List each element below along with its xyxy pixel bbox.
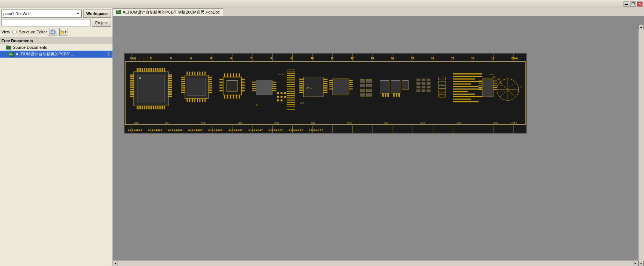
scroll-down-button[interactable]: ▼ (639, 261, 644, 266)
pcb-file-item[interactable]: ALTIUM设计自制精美的PCB印... 🗒 (0, 51, 112, 58)
right-scrollbar[interactable]: ▲ ▼ (638, 24, 644, 266)
svg-rect-106 (130, 76, 134, 77)
workspace-dropdown[interactable]: pace1.DsnWrk ▼ (1, 10, 82, 18)
svg-rect-324 (453, 96, 482, 97)
svg-rect-253 (287, 106, 295, 106)
globe-icon-button[interactable] (49, 28, 57, 36)
svg-text:0004: 0004 (165, 122, 170, 124)
restore-button[interactable]: ❐ (630, 1, 636, 7)
svg-rect-278 (349, 84, 353, 85)
svg-text:0060: 0060 (347, 122, 352, 124)
structure-editor-label: Structure Editor (19, 30, 47, 34)
svg-rect-288 (367, 94, 372, 96)
svg-rect-247 (287, 95, 295, 96)
svg-rect-254 (303, 77, 323, 97)
svg-point-163 (139, 77, 141, 79)
svg-rect-26 (125, 54, 526, 61)
project-button[interactable]: Project (92, 19, 111, 27)
pcb-board-container: 1mm 2 3 4 5 6 7 (124, 53, 633, 134)
minimize-button[interactable]: ▬ (623, 1, 629, 7)
svg-rect-155 (151, 106, 152, 109)
tab-label: ALTIUM设计自制精美的PCB印制板20CM直尺.PcbDoc (123, 10, 220, 15)
svg-text:0060: 0060 (457, 122, 462, 124)
svg-rect-224 (252, 84, 256, 84)
svg-rect-264 (323, 83, 327, 84)
svg-rect-356 (493, 81, 497, 81)
close-button[interactable]: ✕ (637, 1, 643, 7)
svg-text:R5: R5 (493, 76, 496, 78)
svg-rect-239 (287, 81, 295, 81)
panel-options-row: View Structure Editor ▼ (1, 28, 111, 36)
tab-pcb-icon (116, 10, 121, 14)
svg-rect-270 (333, 79, 349, 95)
svg-rect-105 (130, 74, 134, 76)
svg-rect-141 (155, 68, 156, 72)
svg-rect-313 (438, 90, 446, 93)
canvas-area[interactable]: Y X (113, 16, 644, 266)
svg-text:0041: 0041 (493, 122, 498, 124)
svg-rect-182 (186, 72, 188, 75)
svg-rect-310 (438, 77, 446, 80)
svg-point-343 (280, 92, 282, 94)
svg-rect-120 (169, 78, 172, 79)
svg-rect-215 (239, 73, 240, 77)
dropdown-small-arrow: ▼ (64, 30, 67, 34)
svg-rect-159 (159, 106, 160, 109)
panel-top: pace1.DsnWrk ▼ Workspace Project View St… (0, 8, 112, 38)
svg-rect-226 (252, 88, 256, 89)
svg-rect-218 (230, 95, 231, 99)
pcb-tab[interactable]: ALTIUM设计自制精美的PCB印制板20CM直尺.PcbDoc (113, 8, 223, 16)
svg-rect-116 (130, 94, 134, 95)
svg-rect-170 (181, 85, 185, 86)
view-radio[interactable] (12, 30, 17, 34)
svg-rect-127 (169, 91, 172, 92)
scroll-left-button[interactable]: ◄ (113, 261, 118, 266)
svg-rect-220 (236, 95, 237, 99)
svg-rect-230 (273, 86, 277, 87)
scroll-up-button[interactable]: ▲ (639, 24, 644, 29)
svg-rect-312 (438, 85, 446, 88)
search-input[interactable] (1, 19, 90, 26)
svg-rect-289 (380, 81, 389, 93)
svg-text:006k: 006k (311, 122, 315, 124)
left-panel: pace1.DsnWrk ▼ Workspace Project View St… (0, 8, 113, 266)
svg-rect-121 (169, 80, 172, 81)
svg-rect-171 (181, 87, 185, 88)
svg-rect-183 (189, 72, 190, 75)
svg-rect-258 (299, 85, 303, 86)
svg-rect-143 (159, 68, 160, 72)
svg-rect-266 (323, 87, 327, 88)
svg-rect-196 (202, 99, 203, 102)
svg-rect-189 (204, 72, 206, 75)
workspace-button[interactable]: Workspace (83, 10, 111, 18)
svg-rect-204 (219, 90, 223, 91)
svg-rect-135 (144, 68, 145, 72)
svg-rect-297 (398, 93, 400, 97)
right-panel: ALTIUM设计自制精美的PCB印制板20CM直尺.PcbDoc Y X (113, 8, 644, 266)
svg-rect-296 (396, 93, 397, 97)
source-documents-item[interactable]: Source Documents (0, 44, 112, 51)
svg-rect-267 (323, 90, 327, 91)
svg-text:0004: 0004 (238, 122, 243, 124)
svg-rect-108 (130, 80, 134, 81)
bottom-scrollbar[interactable]: ◄ ► (113, 260, 638, 266)
svg-rect-284 (367, 84, 372, 87)
svg-rect-109 (130, 82, 134, 83)
svg-rect-217 (227, 95, 228, 99)
title-bar: ▬ ❐ ✕ (0, 0, 644, 8)
svg-rect-237 (287, 77, 295, 78)
svg-rect-243 (287, 88, 295, 88)
pcb-board[interactable]: 1mm 2 3 4 5 6 7 (124, 53, 527, 134)
svg-rect-112 (130, 87, 134, 88)
source-documents-label: Source Documents (13, 45, 47, 50)
svg-rect-326 (453, 101, 479, 102)
svg-rect-138 (149, 68, 151, 72)
svg-rect-158 (157, 106, 158, 109)
svg-text:0004: 0004 (201, 122, 206, 124)
folder-icon-button[interactable]: ▼ (59, 28, 67, 36)
svg-rect-235 (287, 73, 295, 74)
panel-row-workspace: pace1.DsnWrk ▼ Workspace (1, 10, 111, 18)
svg-rect-245 (287, 91, 295, 92)
folder-tree-icon (6, 45, 12, 50)
scroll-right-button[interactable]: ► (633, 261, 638, 266)
